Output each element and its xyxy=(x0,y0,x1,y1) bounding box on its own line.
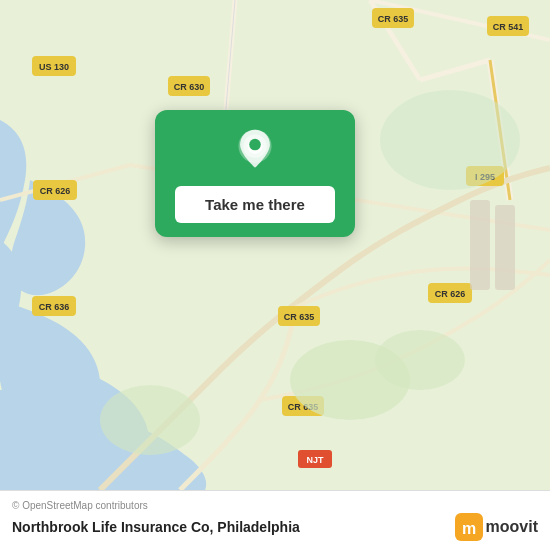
pin-icon xyxy=(231,128,279,176)
svg-text:CR 636: CR 636 xyxy=(39,302,70,312)
map-container: US 130 CR 630 CR 635 CR 541 CR 626 I 295… xyxy=(0,0,550,490)
moovit-icon: m xyxy=(455,513,483,541)
copyright-text: © OpenStreetMap contributors xyxy=(12,500,148,511)
moovit-text: moovit xyxy=(486,518,538,536)
svg-text:CR 626: CR 626 xyxy=(40,186,71,196)
svg-point-34 xyxy=(380,90,520,190)
svg-rect-36 xyxy=(470,200,490,290)
location-line: Northbrook Life Insurance Co, Philadelph… xyxy=(12,513,538,541)
svg-point-41 xyxy=(249,139,261,151)
svg-text:CR 635: CR 635 xyxy=(378,14,409,24)
svg-text:m: m xyxy=(461,520,475,537)
moovit-logo: m moovit xyxy=(455,513,538,541)
take-me-there-button[interactable]: Take me there xyxy=(175,186,335,223)
location-name: Northbrook Life Insurance Co, Philadelph… xyxy=(12,519,300,535)
svg-text:CR 635: CR 635 xyxy=(284,312,315,322)
map-svg: US 130 CR 630 CR 635 CR 541 CR 626 I 295… xyxy=(0,0,550,490)
svg-text:NJT: NJT xyxy=(306,455,324,465)
svg-point-35 xyxy=(375,330,465,390)
svg-rect-37 xyxy=(495,205,515,290)
svg-point-33 xyxy=(100,385,200,455)
popup-card: Take me there xyxy=(155,110,355,237)
svg-text:US 130: US 130 xyxy=(39,62,69,72)
svg-text:CR 626: CR 626 xyxy=(435,289,466,299)
copyright-line: © OpenStreetMap contributors xyxy=(12,500,538,511)
svg-text:CR 541: CR 541 xyxy=(493,22,524,32)
bottom-bar: © OpenStreetMap contributors Northbrook … xyxy=(0,490,550,550)
svg-text:CR 630: CR 630 xyxy=(174,82,205,92)
